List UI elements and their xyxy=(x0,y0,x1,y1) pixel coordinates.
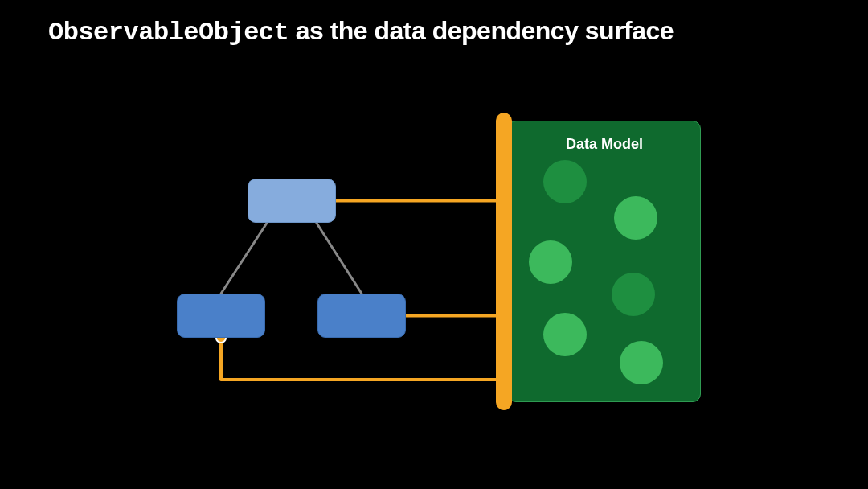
view-node-left xyxy=(177,294,265,338)
data-object-circle xyxy=(620,341,663,384)
svg-line-1 xyxy=(317,223,362,294)
data-model-label: Data Model xyxy=(509,136,700,153)
connector-layer xyxy=(0,0,868,489)
data-object-circle xyxy=(543,160,587,203)
view-node-right xyxy=(317,294,406,338)
data-model-container: Data Model xyxy=(508,121,701,402)
view-node-root xyxy=(248,179,336,223)
data-object-circle xyxy=(614,196,657,240)
slide-title: ObservableObject as the data dependency … xyxy=(48,16,674,47)
observable-surface xyxy=(496,113,512,410)
svg-line-0 xyxy=(221,223,267,294)
data-object-circle xyxy=(612,273,655,316)
title-rest: as the data dependency surface xyxy=(289,16,674,45)
title-code: ObservableObject xyxy=(48,18,289,47)
data-object-circle xyxy=(543,313,587,356)
data-object-circle xyxy=(529,240,572,284)
